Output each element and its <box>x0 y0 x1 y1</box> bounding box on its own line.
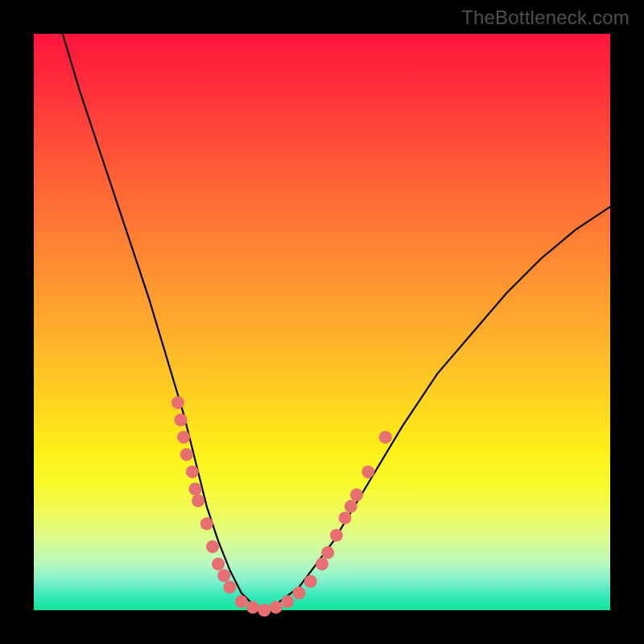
curve-marker <box>180 448 193 461</box>
curve-marker <box>206 540 219 553</box>
bottleneck-curve <box>63 34 610 610</box>
curve-marker <box>177 431 190 444</box>
curve-marker <box>339 511 352 524</box>
curve-marker <box>258 604 270 617</box>
curve-marker <box>270 601 283 613</box>
chart-svg <box>34 34 610 610</box>
curve-marker <box>350 489 363 502</box>
plot-area <box>34 34 610 610</box>
curve-marker <box>189 483 202 496</box>
curve-marker <box>200 518 213 530</box>
curve-path <box>63 34 610 610</box>
curve-marker <box>223 580 236 593</box>
curve-marker <box>186 465 199 478</box>
curve-marker <box>212 558 225 571</box>
curve-marker <box>171 396 184 409</box>
curve-marker <box>330 529 343 542</box>
curve-marker <box>246 601 259 613</box>
curve-marker <box>379 431 392 444</box>
curve-marker <box>361 465 374 478</box>
curve-markers <box>171 396 392 617</box>
chart-frame: TheBottleneck.com <box>0 0 644 644</box>
curve-marker <box>235 595 248 608</box>
curve-marker <box>316 558 328 571</box>
curve-marker <box>345 500 357 513</box>
curve-marker <box>217 569 230 582</box>
watermark-text: TheBottleneck.com <box>461 6 630 29</box>
curve-marker <box>281 595 294 608</box>
curve-marker <box>292 587 305 600</box>
curve-marker <box>175 414 188 427</box>
curve-marker <box>192 494 204 507</box>
curve-marker <box>321 546 334 559</box>
curve-marker <box>304 575 317 588</box>
